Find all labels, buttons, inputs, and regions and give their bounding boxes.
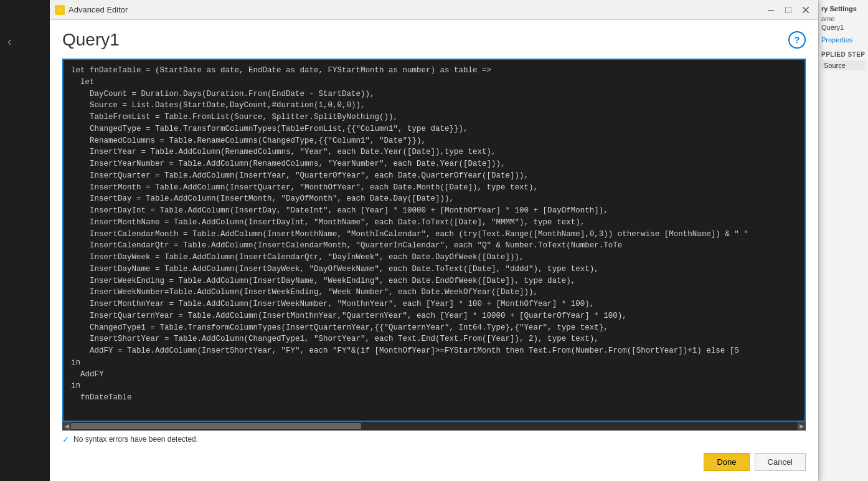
scroll-right-button[interactable]: ▶ — [797, 422, 806, 431]
source-step[interactable]: Source — [821, 60, 866, 70]
back-arrow[interactable]: ‹ — [7, 34, 12, 49]
advanced-editor-dialog: ⚡ Advanced Editor Query1 ? — [50, 0, 818, 481]
query-settings-title: ry Settings — [821, 5, 866, 12]
scroll-track[interactable] — [71, 422, 797, 431]
status-checkmark: ✓ — [62, 434, 70, 444]
minimize-button[interactable] — [763, 4, 778, 16]
window-controls — [763, 4, 813, 16]
right-panel: ry Settings ame Query1 Properties PPLIED… — [818, 0, 868, 481]
code-editor[interactable]: let fnDateTable = (StartDate as date, En… — [62, 59, 806, 422]
svg-rect-3 — [785, 7, 791, 13]
header-row: Query1 ? — [62, 30, 806, 50]
close-button[interactable] — [798, 4, 813, 16]
applied-steps-title: PPLIED STEP — [821, 51, 866, 58]
svg-rect-2 — [768, 10, 774, 11]
done-button[interactable]: Done — [704, 453, 749, 471]
name-label: ame — [821, 15, 866, 22]
dialog-title-text: Advanced Editor — [68, 5, 763, 14]
help-button[interactable]: ? — [788, 31, 806, 49]
horizontal-scrollbar[interactable]: ◀ ▶ — [62, 422, 806, 431]
scroll-left-button[interactable]: ◀ — [62, 422, 71, 431]
status-bar: ✓ No syntax errors have been detected. — [62, 431, 806, 448]
maximize-button[interactable] — [781, 4, 796, 16]
svg-text:⚡: ⚡ — [57, 6, 65, 14]
query-heading: Query1 — [62, 30, 120, 50]
app-icon: ⚡ — [55, 5, 65, 15]
footer-row: Done Cancel — [62, 448, 806, 474]
properties-link[interactable]: Properties — [821, 36, 866, 44]
cancel-button[interactable]: Cancel — [755, 453, 806, 471]
query-name-value: Query1 — [821, 24, 866, 31]
dialog-body: Query1 ? let fnDateTable = (StartDate as… — [50, 20, 818, 481]
left-panel — [0, 0, 50, 481]
scroll-thumb[interactable] — [71, 423, 361, 429]
code-content[interactable]: let fnDateTable = (StartDate as date, En… — [71, 65, 797, 404]
status-message: No syntax errors have been detected. — [73, 435, 198, 444]
title-bar: ⚡ Advanced Editor — [50, 0, 818, 20]
